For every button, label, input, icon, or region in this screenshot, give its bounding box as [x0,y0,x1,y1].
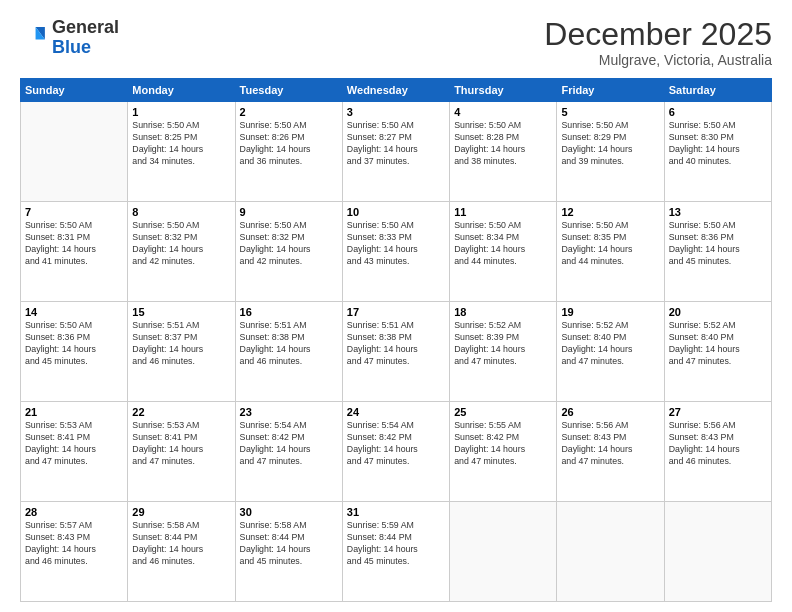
calendar-week-row: 21Sunrise: 5:53 AM Sunset: 8:41 PM Dayli… [21,402,772,502]
calendar-cell: 5Sunrise: 5:50 AM Sunset: 8:29 PM Daylig… [557,102,664,202]
calendar-table: SundayMondayTuesdayWednesdayThursdayFrid… [20,78,772,602]
day-number: 2 [240,106,338,118]
weekday-header-row: SundayMondayTuesdayWednesdayThursdayFrid… [21,79,772,102]
day-info: Sunrise: 5:55 AM Sunset: 8:42 PM Dayligh… [454,420,552,468]
calendar-cell: 2Sunrise: 5:50 AM Sunset: 8:26 PM Daylig… [235,102,342,202]
day-number: 20 [669,306,767,318]
day-info: Sunrise: 5:53 AM Sunset: 8:41 PM Dayligh… [132,420,230,468]
day-info: Sunrise: 5:50 AM Sunset: 8:26 PM Dayligh… [240,120,338,168]
logo-area: General Blue [20,18,119,58]
calendar-cell: 18Sunrise: 5:52 AM Sunset: 8:39 PM Dayli… [450,302,557,402]
calendar-cell: 29Sunrise: 5:58 AM Sunset: 8:44 PM Dayli… [128,502,235,602]
day-number: 3 [347,106,445,118]
day-number: 8 [132,206,230,218]
day-number: 5 [561,106,659,118]
day-info: Sunrise: 5:51 AM Sunset: 8:38 PM Dayligh… [240,320,338,368]
calendar-cell: 14Sunrise: 5:50 AM Sunset: 8:36 PM Dayli… [21,302,128,402]
logo-text: General Blue [52,18,119,58]
calendar-cell [557,502,664,602]
calendar-cell: 3Sunrise: 5:50 AM Sunset: 8:27 PM Daylig… [342,102,449,202]
day-number: 1 [132,106,230,118]
day-number: 19 [561,306,659,318]
day-info: Sunrise: 5:53 AM Sunset: 8:41 PM Dayligh… [25,420,123,468]
calendar-cell: 28Sunrise: 5:57 AM Sunset: 8:43 PM Dayli… [21,502,128,602]
weekday-header-monday: Monday [128,79,235,102]
calendar-cell: 4Sunrise: 5:50 AM Sunset: 8:28 PM Daylig… [450,102,557,202]
day-number: 30 [240,506,338,518]
day-number: 14 [25,306,123,318]
day-number: 22 [132,406,230,418]
day-info: Sunrise: 5:56 AM Sunset: 8:43 PM Dayligh… [561,420,659,468]
day-number: 16 [240,306,338,318]
header: General Blue December 2025 Mulgrave, Vic… [20,18,772,68]
day-number: 25 [454,406,552,418]
day-number: 23 [240,406,338,418]
calendar-cell: 6Sunrise: 5:50 AM Sunset: 8:30 PM Daylig… [664,102,771,202]
calendar-cell: 25Sunrise: 5:55 AM Sunset: 8:42 PM Dayli… [450,402,557,502]
calendar-week-row: 7Sunrise: 5:50 AM Sunset: 8:31 PM Daylig… [21,202,772,302]
calendar-cell: 22Sunrise: 5:53 AM Sunset: 8:41 PM Dayli… [128,402,235,502]
calendar-cell [450,502,557,602]
day-info: Sunrise: 5:50 AM Sunset: 8:33 PM Dayligh… [347,220,445,268]
day-info: Sunrise: 5:51 AM Sunset: 8:37 PM Dayligh… [132,320,230,368]
day-info: Sunrise: 5:50 AM Sunset: 8:31 PM Dayligh… [25,220,123,268]
title-area: December 2025 Mulgrave, Victoria, Austra… [544,18,772,68]
calendar-cell [664,502,771,602]
day-info: Sunrise: 5:52 AM Sunset: 8:39 PM Dayligh… [454,320,552,368]
day-number: 12 [561,206,659,218]
day-info: Sunrise: 5:59 AM Sunset: 8:44 PM Dayligh… [347,520,445,568]
day-info: Sunrise: 5:50 AM Sunset: 8:32 PM Dayligh… [240,220,338,268]
weekday-header-wednesday: Wednesday [342,79,449,102]
weekday-header-saturday: Saturday [664,79,771,102]
calendar-cell: 13Sunrise: 5:50 AM Sunset: 8:36 PM Dayli… [664,202,771,302]
calendar-cell: 11Sunrise: 5:50 AM Sunset: 8:34 PM Dayli… [450,202,557,302]
calendar-cell: 8Sunrise: 5:50 AM Sunset: 8:32 PM Daylig… [128,202,235,302]
day-info: Sunrise: 5:52 AM Sunset: 8:40 PM Dayligh… [669,320,767,368]
day-number: 10 [347,206,445,218]
day-number: 7 [25,206,123,218]
day-info: Sunrise: 5:50 AM Sunset: 8:27 PM Dayligh… [347,120,445,168]
day-number: 11 [454,206,552,218]
calendar-cell: 26Sunrise: 5:56 AM Sunset: 8:43 PM Dayli… [557,402,664,502]
calendar-cell: 24Sunrise: 5:54 AM Sunset: 8:42 PM Dayli… [342,402,449,502]
logo-blue: Blue [52,37,91,57]
day-info: Sunrise: 5:58 AM Sunset: 8:44 PM Dayligh… [240,520,338,568]
calendar-week-row: 28Sunrise: 5:57 AM Sunset: 8:43 PM Dayli… [21,502,772,602]
calendar-cell: 30Sunrise: 5:58 AM Sunset: 8:44 PM Dayli… [235,502,342,602]
calendar-cell: 31Sunrise: 5:59 AM Sunset: 8:44 PM Dayli… [342,502,449,602]
day-number: 26 [561,406,659,418]
day-info: Sunrise: 5:58 AM Sunset: 8:44 PM Dayligh… [132,520,230,568]
weekday-header-thursday: Thursday [450,79,557,102]
day-number: 15 [132,306,230,318]
day-info: Sunrise: 5:50 AM Sunset: 8:34 PM Dayligh… [454,220,552,268]
day-number: 29 [132,506,230,518]
calendar-cell: 16Sunrise: 5:51 AM Sunset: 8:38 PM Dayli… [235,302,342,402]
day-number: 13 [669,206,767,218]
calendar-cell: 1Sunrise: 5:50 AM Sunset: 8:25 PM Daylig… [128,102,235,202]
page: General Blue December 2025 Mulgrave, Vic… [0,0,792,612]
day-number: 21 [25,406,123,418]
day-number: 4 [454,106,552,118]
calendar-cell: 20Sunrise: 5:52 AM Sunset: 8:40 PM Dayli… [664,302,771,402]
day-info: Sunrise: 5:56 AM Sunset: 8:43 PM Dayligh… [669,420,767,468]
calendar-week-row: 14Sunrise: 5:50 AM Sunset: 8:36 PM Dayli… [21,302,772,402]
calendar-cell: 10Sunrise: 5:50 AM Sunset: 8:33 PM Dayli… [342,202,449,302]
calendar-cell: 12Sunrise: 5:50 AM Sunset: 8:35 PM Dayli… [557,202,664,302]
day-info: Sunrise: 5:50 AM Sunset: 8:36 PM Dayligh… [669,220,767,268]
weekday-header-friday: Friday [557,79,664,102]
day-info: Sunrise: 5:54 AM Sunset: 8:42 PM Dayligh… [240,420,338,468]
calendar-cell: 17Sunrise: 5:51 AM Sunset: 8:38 PM Dayli… [342,302,449,402]
weekday-header-tuesday: Tuesday [235,79,342,102]
calendar-cell: 7Sunrise: 5:50 AM Sunset: 8:31 PM Daylig… [21,202,128,302]
calendar-cell: 15Sunrise: 5:51 AM Sunset: 8:37 PM Dayli… [128,302,235,402]
day-number: 9 [240,206,338,218]
day-info: Sunrise: 5:57 AM Sunset: 8:43 PM Dayligh… [25,520,123,568]
day-number: 31 [347,506,445,518]
logo-general: General [52,17,119,37]
day-info: Sunrise: 5:50 AM Sunset: 8:28 PM Dayligh… [454,120,552,168]
day-info: Sunrise: 5:50 AM Sunset: 8:25 PM Dayligh… [132,120,230,168]
calendar-cell: 19Sunrise: 5:52 AM Sunset: 8:40 PM Dayli… [557,302,664,402]
calendar-cell: 21Sunrise: 5:53 AM Sunset: 8:41 PM Dayli… [21,402,128,502]
weekday-header-sunday: Sunday [21,79,128,102]
calendar-cell: 27Sunrise: 5:56 AM Sunset: 8:43 PM Dayli… [664,402,771,502]
